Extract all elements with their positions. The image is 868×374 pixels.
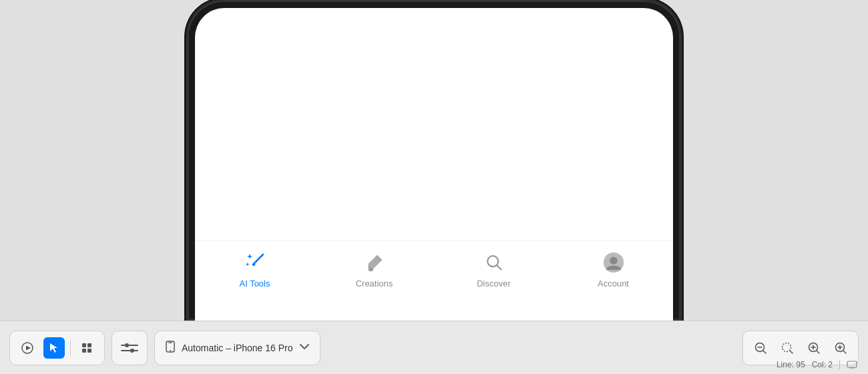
svg-rect-11	[87, 343, 91, 347]
tab-creations-label: Creations	[356, 278, 393, 289]
tab-ai-tools-label: AI Tools	[239, 278, 270, 289]
canvas-area: AI Tools Crea	[0, 0, 868, 321]
play-button[interactable]	[17, 337, 38, 359]
col-status: Col: 2	[812, 360, 833, 369]
status-bar: Line: 95 Col: 2	[777, 355, 868, 374]
select-button[interactable]	[43, 337, 65, 359]
account-icon	[602, 250, 626, 274]
device-selector[interactable]: Automatic – iPhone 16 Pro	[154, 331, 320, 365]
ai-tools-icon	[243, 250, 267, 274]
chevron-down-icon	[298, 341, 310, 355]
grid-button[interactable]	[76, 337, 97, 359]
adjust-button[interactable]	[112, 331, 148, 365]
svg-line-0	[254, 254, 263, 264]
bottom-toolbar: Automatic – iPhone 16 Pro	[0, 321, 868, 374]
tool-divider	[70, 340, 71, 356]
svg-rect-12	[82, 349, 86, 353]
svg-point-22	[170, 350, 171, 351]
svg-point-26	[783, 343, 791, 351]
status-divider	[839, 360, 840, 369]
tab-discover-label: Discover	[477, 278, 511, 289]
phone-mockup: AI Tools Crea	[174, 0, 694, 321]
creations-icon	[363, 250, 387, 274]
tab-account-label: Account	[598, 278, 629, 289]
display-icon	[847, 359, 857, 370]
tab-account[interactable]: Account	[587, 250, 640, 289]
svg-line-27	[791, 351, 793, 353]
svg-point-36	[839, 346, 841, 349]
line-status: Line: 95	[777, 360, 805, 369]
zoom-out-button[interactable]	[750, 337, 771, 359]
phone-frame: AI Tools Crea	[187, 0, 681, 321]
svg-rect-37	[847, 361, 857, 367]
phone-screen: AI Tools Crea	[195, 8, 673, 321]
svg-marker-9	[50, 343, 57, 353]
tool-group-left	[9, 331, 105, 365]
svg-line-4	[497, 265, 501, 269]
tab-ai-tools[interactable]: AI Tools	[228, 250, 282, 289]
discover-icon	[482, 250, 506, 274]
svg-marker-8	[26, 345, 31, 350]
phone-icon	[164, 341, 176, 355]
device-selector-label: Automatic – iPhone 16 Pro	[182, 343, 293, 353]
svg-line-29	[817, 351, 820, 353]
svg-line-24	[764, 351, 767, 353]
svg-rect-10	[82, 343, 86, 347]
tab-bar: AI Tools Crea	[195, 240, 673, 321]
svg-point-6	[610, 257, 617, 264]
tab-creations[interactable]: Creations	[348, 250, 401, 289]
tab-discover[interactable]: Discover	[467, 250, 521, 289]
svg-rect-13	[87, 349, 91, 353]
svg-line-33	[844, 351, 847, 353]
